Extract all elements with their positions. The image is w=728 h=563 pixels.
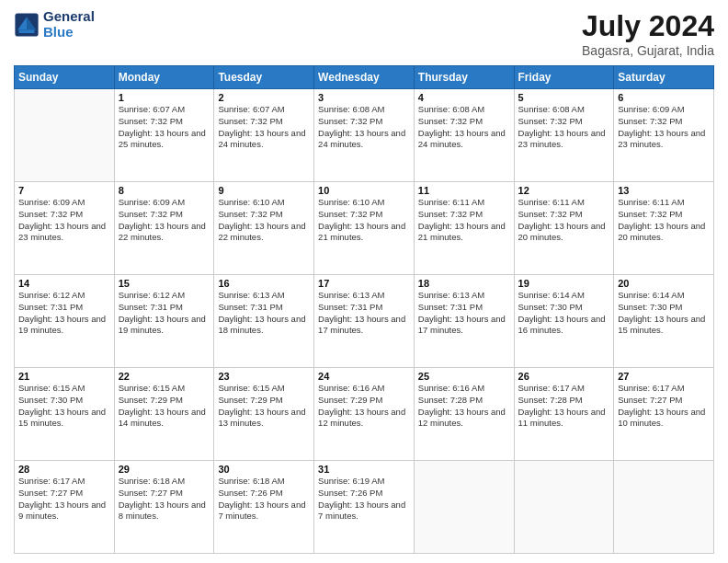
cell-info: Sunrise: 6:09 AM Sunset: 7:32 PM Dayligh… bbox=[618, 104, 710, 151]
calendar-cell: 15Sunrise: 6:12 AM Sunset: 7:31 PM Dayli… bbox=[114, 275, 214, 368]
day-header-tuesday: Tuesday bbox=[214, 66, 314, 89]
cell-info: Sunrise: 6:15 AM Sunset: 7:30 PM Dayligh… bbox=[18, 383, 110, 430]
day-header-wednesday: Wednesday bbox=[314, 66, 415, 89]
page: General Blue July 2024 Bagasra, Gujarat,… bbox=[0, 0, 728, 563]
sub-title: Bagasra, Gujarat, India bbox=[582, 43, 714, 58]
cell-day-number: 22 bbox=[119, 371, 210, 382]
calendar-cell: 20Sunrise: 6:14 AM Sunset: 7:30 PM Dayli… bbox=[614, 275, 714, 368]
cell-info: Sunrise: 6:13 AM Sunset: 7:31 PM Dayligh… bbox=[318, 290, 410, 337]
day-header-saturday: Saturday bbox=[614, 66, 714, 89]
cell-day-number: 5 bbox=[518, 92, 610, 103]
cell-day-number: 7 bbox=[18, 185, 110, 196]
day-header-sunday: Sunday bbox=[15, 66, 115, 89]
calendar-cell: 19Sunrise: 6:14 AM Sunset: 7:30 PM Dayli… bbox=[514, 275, 614, 368]
calendar-cell: 17Sunrise: 6:13 AM Sunset: 7:31 PM Dayli… bbox=[314, 275, 415, 368]
cell-info: Sunrise: 6:17 AM Sunset: 7:28 PM Dayligh… bbox=[518, 383, 610, 430]
calendar-cell: 8Sunrise: 6:09 AM Sunset: 7:32 PM Daylig… bbox=[114, 182, 214, 275]
cell-day-number: 1 bbox=[119, 92, 210, 103]
cell-day-number: 13 bbox=[618, 185, 710, 196]
cell-day-number: 9 bbox=[218, 185, 310, 196]
calendar-cell: 4Sunrise: 6:08 AM Sunset: 7:32 PM Daylig… bbox=[414, 89, 514, 182]
cell-day-number: 4 bbox=[418, 92, 510, 103]
cell-info: Sunrise: 6:18 AM Sunset: 7:27 PM Dayligh… bbox=[119, 476, 210, 523]
logo-line1: General bbox=[43, 9, 95, 25]
cell-day-number: 17 bbox=[318, 278, 410, 289]
cell-info: Sunrise: 6:07 AM Sunset: 7:32 PM Dayligh… bbox=[218, 104, 310, 151]
cell-info: Sunrise: 6:08 AM Sunset: 7:32 PM Dayligh… bbox=[318, 104, 410, 151]
calendar-cell: 7Sunrise: 6:09 AM Sunset: 7:32 PM Daylig… bbox=[15, 182, 115, 275]
cell-info: Sunrise: 6:09 AM Sunset: 7:32 PM Dayligh… bbox=[18, 197, 110, 244]
cell-info: Sunrise: 6:13 AM Sunset: 7:31 PM Dayligh… bbox=[418, 290, 510, 337]
calendar-cell: 3Sunrise: 6:08 AM Sunset: 7:32 PM Daylig… bbox=[314, 89, 415, 182]
logo-icon bbox=[14, 12, 40, 38]
cell-day-number: 28 bbox=[18, 464, 110, 475]
cell-info: Sunrise: 6:12 AM Sunset: 7:31 PM Dayligh… bbox=[119, 290, 210, 337]
header: General Blue July 2024 Bagasra, Gujarat,… bbox=[14, 9, 714, 58]
calendar-week-row: 1Sunrise: 6:07 AM Sunset: 7:32 PM Daylig… bbox=[15, 89, 714, 182]
calendar-cell: 26Sunrise: 6:17 AM Sunset: 7:28 PM Dayli… bbox=[514, 368, 614, 461]
cell-day-number: 2 bbox=[218, 92, 310, 103]
calendar-cell: 5Sunrise: 6:08 AM Sunset: 7:32 PM Daylig… bbox=[514, 89, 614, 182]
calendar-cell: 29Sunrise: 6:18 AM Sunset: 7:27 PM Dayli… bbox=[114, 461, 214, 554]
calendar-cell: 22Sunrise: 6:15 AM Sunset: 7:29 PM Dayli… bbox=[114, 368, 214, 461]
calendar-cell bbox=[15, 89, 115, 182]
cell-info: Sunrise: 6:13 AM Sunset: 7:31 PM Dayligh… bbox=[218, 290, 310, 337]
calendar-cell: 10Sunrise: 6:10 AM Sunset: 7:32 PM Dayli… bbox=[314, 182, 415, 275]
calendar-week-row: 21Sunrise: 6:15 AM Sunset: 7:30 PM Dayli… bbox=[15, 368, 714, 461]
cell-day-number: 10 bbox=[318, 185, 410, 196]
cell-day-number: 19 bbox=[518, 278, 610, 289]
calendar-table: SundayMondayTuesdayWednesdayThursdayFrid… bbox=[14, 65, 714, 554]
main-title: July 2024 bbox=[582, 9, 714, 43]
cell-day-number: 30 bbox=[218, 464, 310, 475]
calendar-header-row: SundayMondayTuesdayWednesdayThursdayFrid… bbox=[15, 66, 714, 89]
cell-day-number: 31 bbox=[318, 464, 410, 475]
cell-info: Sunrise: 6:08 AM Sunset: 7:32 PM Dayligh… bbox=[518, 104, 610, 151]
calendar-cell: 6Sunrise: 6:09 AM Sunset: 7:32 PM Daylig… bbox=[614, 89, 714, 182]
cell-day-number: 29 bbox=[119, 464, 210, 475]
cell-info: Sunrise: 6:18 AM Sunset: 7:26 PM Dayligh… bbox=[218, 476, 310, 523]
logo-text: General Blue bbox=[43, 9, 95, 40]
svg-rect-3 bbox=[19, 29, 35, 33]
cell-day-number: 15 bbox=[119, 278, 210, 289]
calendar-week-row: 28Sunrise: 6:17 AM Sunset: 7:27 PM Dayli… bbox=[15, 461, 714, 554]
calendar-cell: 16Sunrise: 6:13 AM Sunset: 7:31 PM Dayli… bbox=[214, 275, 314, 368]
cell-day-number: 26 bbox=[518, 371, 610, 382]
cell-day-number: 27 bbox=[618, 371, 710, 382]
cell-day-number: 18 bbox=[418, 278, 510, 289]
calendar-cell bbox=[414, 461, 514, 554]
cell-day-number: 20 bbox=[618, 278, 710, 289]
calendar-cell: 25Sunrise: 6:16 AM Sunset: 7:28 PM Dayli… bbox=[414, 368, 514, 461]
cell-day-number: 25 bbox=[418, 371, 510, 382]
cell-day-number: 8 bbox=[119, 185, 210, 196]
cell-day-number: 24 bbox=[318, 371, 410, 382]
cell-info: Sunrise: 6:10 AM Sunset: 7:32 PM Dayligh… bbox=[318, 197, 410, 244]
cell-info: Sunrise: 6:16 AM Sunset: 7:29 PM Dayligh… bbox=[318, 383, 410, 430]
cell-day-number: 12 bbox=[518, 185, 610, 196]
calendar-cell: 30Sunrise: 6:18 AM Sunset: 7:26 PM Dayli… bbox=[214, 461, 314, 554]
cell-info: Sunrise: 6:11 AM Sunset: 7:32 PM Dayligh… bbox=[618, 197, 710, 244]
cell-day-number: 6 bbox=[618, 92, 710, 103]
cell-info: Sunrise: 6:10 AM Sunset: 7:32 PM Dayligh… bbox=[218, 197, 310, 244]
calendar-cell bbox=[514, 461, 614, 554]
cell-info: Sunrise: 6:14 AM Sunset: 7:30 PM Dayligh… bbox=[618, 290, 710, 337]
cell-info: Sunrise: 6:09 AM Sunset: 7:32 PM Dayligh… bbox=[119, 197, 210, 244]
calendar-cell: 2Sunrise: 6:07 AM Sunset: 7:32 PM Daylig… bbox=[214, 89, 314, 182]
calendar-cell: 28Sunrise: 6:17 AM Sunset: 7:27 PM Dayli… bbox=[15, 461, 115, 554]
calendar-cell: 9Sunrise: 6:10 AM Sunset: 7:32 PM Daylig… bbox=[214, 182, 314, 275]
calendar-cell: 23Sunrise: 6:15 AM Sunset: 7:29 PM Dayli… bbox=[214, 368, 314, 461]
calendar-cell: 27Sunrise: 6:17 AM Sunset: 7:27 PM Dayli… bbox=[614, 368, 714, 461]
cell-info: Sunrise: 6:15 AM Sunset: 7:29 PM Dayligh… bbox=[119, 383, 210, 430]
cell-day-number: 3 bbox=[318, 92, 410, 103]
cell-day-number: 21 bbox=[18, 371, 110, 382]
cell-info: Sunrise: 6:11 AM Sunset: 7:32 PM Dayligh… bbox=[518, 197, 610, 244]
day-header-thursday: Thursday bbox=[414, 66, 514, 89]
cell-info: Sunrise: 6:12 AM Sunset: 7:31 PM Dayligh… bbox=[18, 290, 110, 337]
logo-line2: Blue bbox=[43, 25, 95, 40]
calendar-cell: 31Sunrise: 6:19 AM Sunset: 7:26 PM Dayli… bbox=[314, 461, 415, 554]
calendar-cell: 21Sunrise: 6:15 AM Sunset: 7:30 PM Dayli… bbox=[15, 368, 115, 461]
cell-day-number: 16 bbox=[218, 278, 310, 289]
cell-info: Sunrise: 6:08 AM Sunset: 7:32 PM Dayligh… bbox=[418, 104, 510, 151]
cell-info: Sunrise: 6:17 AM Sunset: 7:27 PM Dayligh… bbox=[18, 476, 110, 523]
calendar-cell: 13Sunrise: 6:11 AM Sunset: 7:32 PM Dayli… bbox=[614, 182, 714, 275]
calendar-cell: 14Sunrise: 6:12 AM Sunset: 7:31 PM Dayli… bbox=[15, 275, 115, 368]
